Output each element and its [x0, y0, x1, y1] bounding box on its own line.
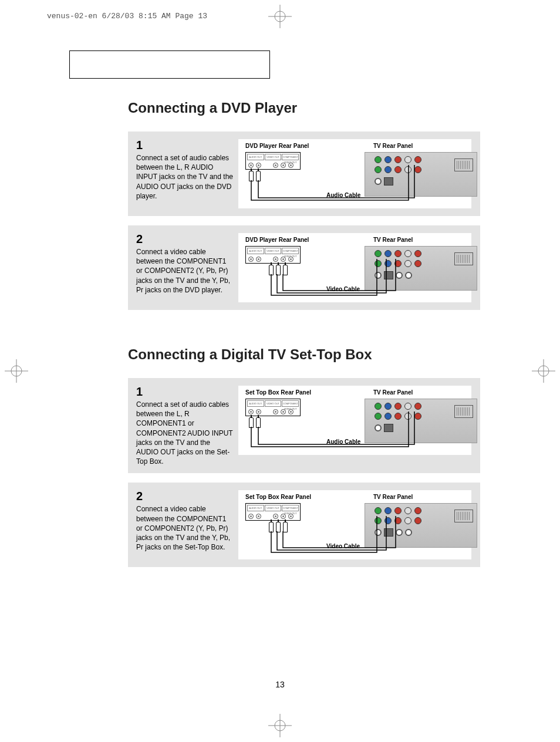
step-number: 2 [136, 232, 233, 246]
step-panel: 1 Connect a set of audio cables between … [128, 378, 480, 473]
crop-mark-right [532, 359, 555, 383]
connection-diagram: DVD Player Rear Panel TV Rear Panel Audi… [238, 139, 472, 209]
dvi-port-icon [454, 252, 473, 265]
source-panel-label: DVD Player Rear Panel [245, 237, 309, 243]
page-number: 13 [275, 680, 285, 689]
crop-mark-bottom [268, 714, 292, 737]
crop-mark-left [5, 359, 28, 383]
step-number: 1 [136, 139, 233, 152]
step-panel: 1 Connect a set of audio cables between … [128, 131, 480, 216]
step-instruction: Connect a set of audio cables between th… [136, 153, 233, 201]
crop-mark-top [268, 5, 292, 28]
print-slug: venus-02-en 6/28/03 8:15 AM Page 13 [47, 12, 207, 21]
tv-panel-label: TV Rear Panel [373, 237, 413, 243]
connection-diagram: Set Top Box Rear Panel TV Rear Panel Vid… [238, 490, 472, 560]
tv-panel-label: TV Rear Panel [373, 389, 413, 396]
tv-rear-icon [365, 152, 477, 197]
step-instruction: Connect a video cable between the COMPON… [136, 247, 233, 295]
step-instruction: Connect a set of audio cables between th… [136, 400, 233, 466]
video-plugs-icon [269, 265, 290, 278]
step-panel: 2 Connect a video cable between the COMP… [128, 225, 480, 310]
dvd-rear-icon: AUDIO OUTVIDEO OUTCOMPONENT VIDEO OUT [245, 152, 301, 170]
dvd-rear-icon: AUDIO OUTVIDEO OUTCOMPONENT VIDEO OUT [245, 246, 301, 264]
settop-rear-icon: AUDIO OUTVIDEO OUTCOMPONENT VIDEO OUT [245, 399, 301, 416]
cable-label: Video Cable [326, 543, 360, 549]
step-number: 1 [136, 385, 233, 399]
cable-label: Video Cable [326, 286, 360, 292]
source-panel-label: Set Top Box Rear Panel [245, 389, 311, 396]
tv-rear-icon [365, 503, 477, 548]
dvi-port-icon [454, 510, 473, 522]
video-plugs-icon [269, 522, 290, 535]
dvi-port-icon [454, 158, 473, 171]
source-panel-label: DVD Player Rear Panel [245, 143, 309, 149]
audio-plugs-icon [249, 171, 263, 184]
step-number: 2 [136, 490, 233, 503]
tv-rear-icon [365, 399, 477, 443]
connection-diagram: DVD Player Rear Panel TV Rear Panel Vide… [238, 232, 472, 303]
audio-plugs-icon [249, 417, 263, 430]
dvi-port-icon [454, 405, 473, 418]
section-heading: Connecting a DVD Player [128, 100, 480, 116]
tv-panel-label: TV Rear Panel [373, 494, 413, 500]
step-panel: 2 Connect a video cable between the COMP… [128, 483, 480, 567]
settop-rear-icon: AUDIO OUTVIDEO OUTCOMPONENT VIDEO OUT [245, 503, 301, 521]
source-panel-label: Set Top Box Rear Panel [245, 494, 311, 500]
section-heading: Connecting a Digital TV Set-Top Box [128, 346, 480, 363]
cable-label: Audio Cable [326, 439, 360, 445]
step-instruction: Connect a video cable between the COMPON… [136, 504, 233, 552]
tv-rear-icon [365, 246, 477, 291]
empty-title-box [69, 50, 270, 79]
connection-diagram: Set Top Box Rear Panel TV Rear Panel Aud… [238, 385, 472, 456]
tv-panel-label: TV Rear Panel [373, 143, 413, 149]
cable-label: Audio Cable [326, 192, 360, 198]
